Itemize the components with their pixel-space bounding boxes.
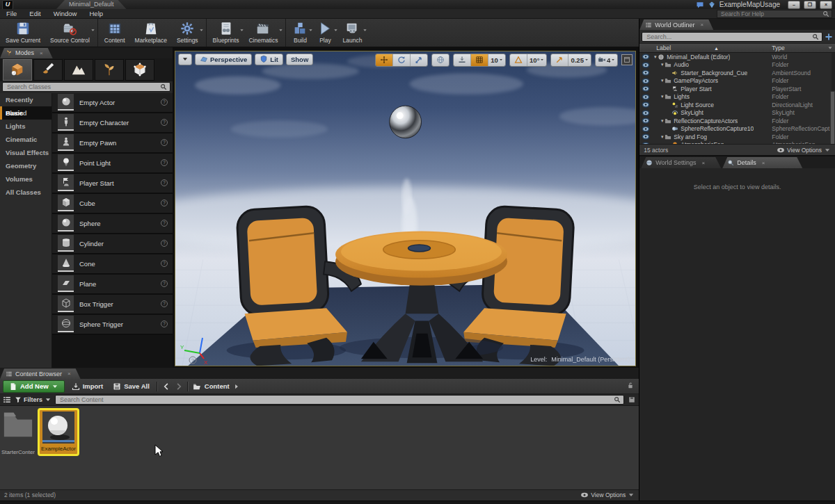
- visibility-eye-icon[interactable]: [642, 54, 650, 60]
- mode-tab[interactable]: [64, 59, 93, 81]
- visibility-eye-icon[interactable]: [642, 70, 650, 76]
- column-filter-icon[interactable]: [827, 45, 833, 51]
- visibility-eye-icon[interactable]: [642, 133, 650, 140]
- expander-arrow[interactable]: ▾: [660, 78, 665, 83]
- forward-arrow-icon[interactable]: [175, 382, 183, 391]
- close-icon[interactable]: ×: [67, 371, 71, 377]
- outliner-row[interactable]: AtmosphericFog AtmosphericFog: [639, 141, 835, 145]
- translate-tool-button[interactable]: [376, 54, 392, 66]
- close-icon[interactable]: ×: [702, 160, 706, 166]
- level-viewport[interactable]: Perspective Lit Show: [175, 51, 636, 366]
- save-search-icon[interactable]: [628, 396, 636, 404]
- modes-tab[interactable]: Modes ×: [0, 48, 53, 58]
- help-question-icon[interactable]: ?: [160, 199, 168, 207]
- classes-search-box[interactable]: [2, 82, 170, 92]
- expander-arrow[interactable]: ▾: [660, 134, 665, 140]
- surface-snapping-button[interactable]: [454, 54, 470, 66]
- outliner-row[interactable]: SkyLight SkyLight: [639, 109, 835, 117]
- outliner-scrollbar[interactable]: [832, 53, 835, 144]
- placement-category[interactable]: Volumes: [0, 172, 51, 186]
- placement-category[interactable]: All Classes: [0, 186, 51, 199]
- outliner-column-header[interactable]: Label ▲ Type: [639, 43, 835, 53]
- close-icon[interactable]: ×: [701, 22, 704, 28]
- toolbar-button[interactable]: Cinematics: [244, 19, 283, 47]
- outliner-row[interactable]: ▾ Sky and Fog Folder: [639, 133, 835, 141]
- outliner-row[interactable]: ▾ Audio Folder: [639, 61, 835, 70]
- feedback-chat-icon[interactable]: [696, 1, 704, 9]
- viewport-scene[interactable]: [175, 51, 635, 366]
- lock-icon[interactable]: [626, 381, 635, 389]
- placeable-item[interactable]: Plane ?: [52, 275, 173, 295]
- help-search-input[interactable]: [719, 10, 822, 18]
- help-question-icon[interactable]: ?: [160, 179, 168, 187]
- path-breadcrumb[interactable]: Content: [193, 382, 240, 391]
- chevron-down-icon[interactable]: [308, 28, 313, 33]
- close-icon[interactable]: ×: [40, 50, 43, 56]
- placeable-item[interactable]: Player Start ?: [52, 174, 173, 194]
- chevron-down-icon[interactable]: [239, 28, 244, 33]
- placeable-item[interactable]: Sphere Trigger ?: [52, 315, 173, 335]
- mode-tab[interactable]: [95, 59, 124, 81]
- toolbar-button[interactable]: Blueprints: [206, 19, 245, 47]
- world-local-toggle[interactable]: [432, 54, 449, 66]
- toolbar-button[interactable]: Source Control: [46, 19, 95, 47]
- scale-snapping-button[interactable]: [551, 54, 568, 66]
- grid-snap-value[interactable]: 10: [488, 54, 505, 66]
- save-all-button[interactable]: Save All: [110, 382, 152, 391]
- mode-tab[interactable]: [33, 59, 63, 81]
- outliner-search-box[interactable]: [642, 32, 822, 42]
- placeable-item[interactable]: Point Light ?: [52, 154, 173, 174]
- filters-button[interactable]: Filters: [15, 396, 51, 403]
- menu-item[interactable]: Edit: [23, 10, 47, 17]
- asset-tile[interactable]: ExampleActor: [38, 408, 79, 456]
- chevron-down-icon[interactable]: [90, 28, 95, 33]
- close-button[interactable]: ×: [820, 1, 832, 9]
- placeable-item[interactable]: Empty Actor ?: [52, 93, 173, 113]
- import-button[interactable]: Import: [69, 382, 106, 391]
- visibility-eye-icon[interactable]: [642, 110, 650, 116]
- maximize-viewport-button[interactable]: [621, 54, 633, 65]
- help-question-icon[interactable]: ?: [160, 320, 168, 328]
- visibility-eye-icon[interactable]: [642, 94, 650, 100]
- placement-category[interactable]: Cinematic: [0, 133, 51, 146]
- content-search-box[interactable]: [55, 395, 624, 405]
- close-icon[interactable]: ×: [762, 160, 765, 166]
- expander-arrow[interactable]: ▾: [653, 54, 658, 60]
- expander-arrow[interactable]: ▾: [660, 94, 665, 99]
- help-question-icon[interactable]: ?: [160, 98, 168, 106]
- placeable-item[interactable]: Sphere ?: [52, 214, 173, 234]
- visibility-eye-icon[interactable]: [642, 62, 650, 68]
- add-filter-icon[interactable]: [825, 33, 833, 41]
- outliner-view-options-button[interactable]: View Options: [777, 146, 831, 154]
- help-question-icon[interactable]: ?: [160, 138, 168, 147]
- outliner-row[interactable]: ▾ ReflectionCaptureActors Folder: [639, 117, 835, 125]
- grid-snapping-button[interactable]: [470, 54, 488, 66]
- menu-item[interactable]: Help: [83, 10, 109, 17]
- placeable-item[interactable]: Cube ?: [52, 194, 173, 214]
- outliner-row[interactable]: ▾ Lights Folder: [639, 93, 835, 101]
- epic-gem-icon[interactable]: [708, 1, 716, 9]
- visibility-eye-icon[interactable]: [642, 86, 650, 92]
- outliner-row[interactable]: SphereReflectionCapture10 SphereReflecti…: [639, 125, 835, 133]
- mode-tab[interactable]: [125, 59, 154, 81]
- outliner-row[interactable]: ▾ GamePlayActors Folder: [639, 77, 835, 86]
- level-document-tab[interactable]: Minimal_Default: [56, 0, 127, 9]
- chevron-down-icon[interactable]: [333, 28, 338, 33]
- view-options-button[interactable]: View Options: [580, 491, 635, 499]
- rotate-tool-button[interactable]: [392, 54, 410, 66]
- help-question-icon[interactable]: ?: [160, 279, 168, 288]
- chevron-down-icon[interactable]: [278, 28, 283, 33]
- outliner-row[interactable]: Starter_Background_Cue AmbientSound: [639, 69, 835, 77]
- lit-mode-button[interactable]: Lit: [255, 54, 283, 65]
- visibility-eye-icon[interactable]: [642, 101, 650, 108]
- chevron-right-icon[interactable]: [233, 383, 240, 390]
- details-tab[interactable]: Details ×: [722, 157, 802, 168]
- classes-search-input[interactable]: [6, 83, 160, 91]
- outliner-row[interactable]: ▾ Minimal_Default (Editor) World: [639, 53, 835, 61]
- placeable-item[interactable]: Cylinder ?: [52, 234, 173, 254]
- toolbar-button[interactable]: Settings: [173, 19, 204, 47]
- sources-panel-icon[interactable]: [3, 396, 11, 404]
- visibility-eye-icon[interactable]: [642, 78, 650, 84]
- world-outliner-tab[interactable]: World Outliner ×: [639, 19, 713, 30]
- scale-snap-value[interactable]: 0.25: [568, 54, 591, 66]
